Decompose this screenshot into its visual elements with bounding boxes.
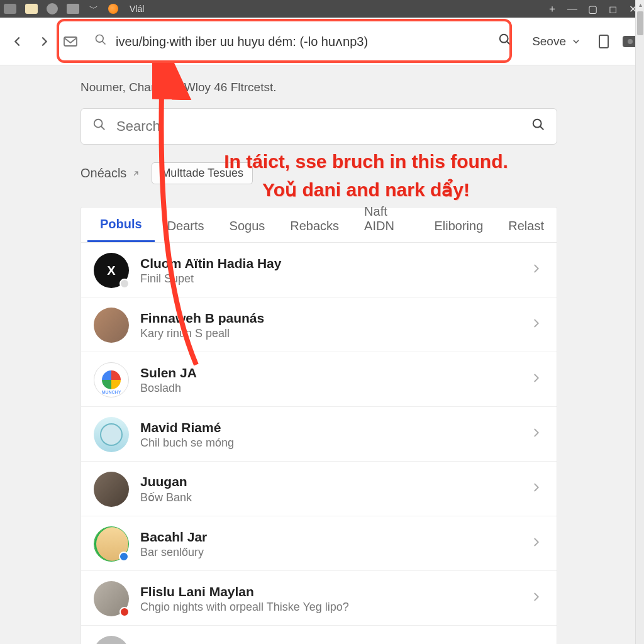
list-item-title: Sulen JA [140,365,519,380]
tab-pobuls[interactable]: Pobuls [87,208,155,242]
addr-search-button[interactable] [498,33,512,50]
svg-rect-0 [64,37,77,46]
chevron-right-icon [530,314,541,336]
avatar: MUNCHY [94,362,129,397]
list-item-title: Finnaweh B paunás [140,311,519,326]
back-button[interactable] [9,33,26,50]
svg-point-3 [94,119,103,128]
list-item-text: Flislu Lani MaylanChgio nights with orpe… [140,584,519,614]
status-badge [119,279,130,289]
avatar [94,308,129,343]
list-item-subtitle: Bosladh [140,382,519,395]
page-search-input[interactable] [116,118,521,135]
avatar [94,636,129,644]
svg-point-1 [96,35,104,43]
breadcrumb: Noumer, Chantond Wloy 46 Fltrcetst. [80,80,644,94]
svg-point-4 [533,119,541,128]
list-item[interactable]: Flislu Lani MaylanChgio nights with orpe… [81,571,557,626]
list-item-text: Finnaweh B paunásKary rinun S peall [140,311,519,340]
mail-icon[interactable] [62,33,79,50]
notify-icon[interactable] [47,3,58,14]
list-item[interactable]: Bacahl JarBar senlőury [81,516,557,571]
chevron-right-icon [530,479,541,501]
page-search-button[interactable] [531,118,545,135]
svg-point-2 [500,34,508,42]
avatar [94,472,129,507]
filter-label[interactable]: Onéacls [80,166,140,180]
address-input[interactable] [116,34,489,48]
restore-button[interactable]: ▢ [585,1,600,16]
list-item[interactable]: Finnaweh B paunásKary rinun S peall [81,297,557,352]
chevron-down-icon[interactable]: ﹀ [88,3,99,14]
list-item[interactable]: JuuganBốw Bank [81,462,557,516]
window-controls: ＋ — ▢ ◻ ✕ [545,1,640,16]
filter-bar: Onéacls Multtade Tesues [80,162,644,184]
status-badge [119,607,130,617]
chevron-right-icon [530,533,541,555]
tab-relast[interactable]: Relast [496,210,550,242]
scroll-up-icon[interactable]: ▴ [637,1,643,9]
page-content: Noumer, Chantond Wloy 46 Fltrcetst. Onéa… [0,65,644,644]
tabs-row: Pobuls Dearts Sogus Rebacks Naft AIDN El… [81,208,557,243]
maximize-button[interactable]: ◻ [605,1,620,16]
external-icon [131,169,140,178]
list-item-text: JuuganBốw Bank [140,474,519,504]
tab-dearts[interactable]: Dearts [155,210,217,242]
list-item-text: Cluom Aïtin Hadia HayFinil Supet [140,256,519,286]
chevron-right-icon [530,260,541,282]
status-badge [119,552,129,562]
new-tab-button[interactable]: ＋ [545,1,560,16]
list-item-title: Flislu Lani Maylan [140,584,519,599]
titlebar-left-icons: ﹀ Vlál [4,3,144,14]
list-item[interactable]: XCluom Aïtin Hadia HayFinil Supet [81,243,557,297]
list-item-subtitle: Finil Supet [140,272,519,286]
list-item-text: Sulen JABosladh [140,365,519,395]
avatar [94,526,129,562]
tab-rebacks[interactable]: Rebacks [277,210,352,242]
list-item-title: Bacahl Jar [140,530,519,545]
profile-icon[interactable] [108,4,118,14]
list-item-subtitle: Bốw Bank [140,491,519,504]
avatar: X [94,253,129,288]
browser-toolbar: Seove [0,18,644,65]
tab-naft-aidn[interactable]: Naft AIDN [352,196,421,242]
filter-chip[interactable]: Multtade Tesues [152,162,253,184]
list-item[interactable]: Mavid RiaméChil buch se móng [81,407,557,462]
list-item[interactable]: MUNCHYSulen JABosladh [81,352,557,407]
minimize-button[interactable]: — [565,1,580,16]
search-icon [94,33,107,49]
results-card: Pobuls Dearts Sogus Rebacks Naft AIDN El… [80,207,557,644]
tab-sogus[interactable]: Sogus [217,210,278,242]
list-item-subtitle: Bar senlőury [140,546,519,559]
search-icon [92,118,106,135]
list-item-subtitle: Chgio nights with orpeall Thiske Yeg lip… [140,601,519,614]
list-item-text: Mavid RiaméChil buch se móng [140,420,519,450]
window-titlebar: ﹀ Vlál ＋ — ▢ ◻ ✕ [0,0,644,18]
chevron-down-icon [571,36,581,47]
avatar [94,581,129,616]
avatar [94,417,129,452]
forward-button[interactable] [35,33,53,50]
scroll-thumb[interactable] [637,11,643,35]
chevron-right-icon [530,588,541,610]
chevron-right-icon [530,369,541,391]
page-scrollbar[interactable]: ▴ [635,0,644,644]
list-item-subtitle: Chil buch se móng [140,436,519,450]
message-icon[interactable] [25,4,38,14]
chevron-right-icon [530,424,541,446]
list-item-title: Mavid Riamé [140,420,519,435]
device-button[interactable] [596,35,611,48]
window-title: Vlál [130,4,144,14]
address-bar[interactable] [86,26,521,57]
list-item-text: Bacahl JarBar senlőury [140,530,519,559]
device-icon[interactable] [67,4,79,14]
profile-dropdown-label: Seove [532,35,566,48]
list-item-title: Juugan [140,474,519,489]
tab-eliboring[interactable]: Eliboring [421,210,496,242]
list-item-subtitle: Kary rinun S peall [140,327,519,340]
list-item-title: Cluom Aïtin Hadia Hay [140,256,519,271]
list-item[interactable]: Difón [81,626,557,644]
profile-dropdown[interactable]: Seove [532,35,581,48]
toolbar-right-icons [596,35,638,48]
page-search-box[interactable] [80,108,557,145]
